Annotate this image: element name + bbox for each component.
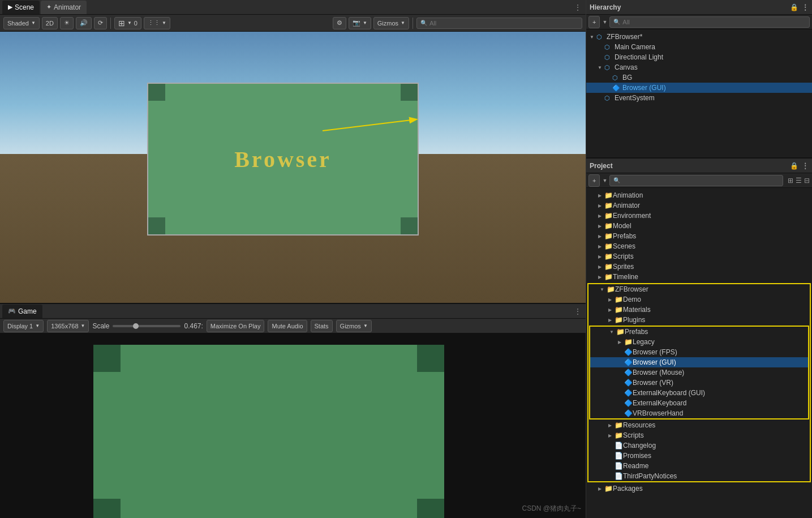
resolution-dropdown[interactable]: 1365x768 ▼ (47, 320, 89, 332)
project-materials[interactable]: ▶ 📁 Materials (588, 305, 810, 315)
project-external-keyboard-gui[interactable]: 🔷 ExternalKeyboard (GUI) (590, 388, 808, 398)
animator-tab[interactable]: ✦ Animator (41, 1, 87, 14)
maximize-on-play-label: Maximize On Play (210, 323, 261, 329)
game-tab-more[interactable]: ⋮ (572, 307, 583, 315)
project-browser-fps[interactable]: 🔷 Browser (FPS) (590, 347, 808, 357)
project-prefabs-root[interactable]: ▶ 📁 Prefabs (586, 231, 812, 241)
project-sprites[interactable]: ▶ 📁 Sprites (586, 262, 812, 272)
prefabs-highlight-box: ▼ 📁 Prefabs ▶ 📁 Legacy (589, 326, 809, 419)
project-search-input[interactable] (622, 177, 779, 184)
layer-dropdown[interactable]: ⊞ ▼ 0 (114, 17, 141, 29)
audio-btn[interactable]: 🔊 (76, 17, 92, 29)
project-view-toggle3[interactable]: ⊟ (804, 177, 810, 185)
project-resources[interactable]: ▶ 📁 Resources (588, 420, 810, 430)
project-view-toggle1[interactable]: ⊞ (788, 177, 793, 185)
settings-btn[interactable]: ⚙ (333, 17, 346, 29)
project-browser-mouse[interactable]: 🔷 Browser (Mouse) (590, 367, 808, 378)
project-search[interactable]: 🔍 (609, 175, 783, 186)
project-environment[interactable]: ▶ 📁 Environment (586, 211, 812, 221)
project-model[interactable]: ▶ 📁 Model (586, 221, 812, 231)
scene-view-dropdown[interactable]: 📷 ▼ (349, 17, 371, 29)
changelog-label: Changelog (623, 442, 656, 449)
project-readme[interactable]: 📄 Readme (588, 461, 810, 471)
hierarchy-section: Hierarchy 🔒 ⋮ + ▼ 🔍 ▼ ⬡ (586, 0, 812, 159)
animator-tab-label: Animator (54, 3, 81, 11)
readme-icon: 📄 (615, 462, 623, 470)
lock-icon[interactable]: 🔒 (790, 3, 798, 11)
hierarchy-add-btn[interactable]: + (588, 16, 600, 28)
scene-tab[interactable]: ▶ Scene (2, 1, 40, 14)
sprites-label: Sprites (613, 263, 634, 271)
expand-bg (604, 74, 611, 81)
scale-value: 0.467: (184, 322, 203, 330)
grid-btn[interactable]: ⋮⋮ ▼ (144, 17, 170, 29)
expand-directional-light (596, 54, 603, 61)
stats-btn[interactable]: Stats (311, 320, 333, 332)
project-prefabs[interactable]: ▼ 📁 Prefabs (590, 327, 808, 337)
project-plus-arrow[interactable]: ▼ (602, 178, 607, 183)
hierarchy-item-directional-light[interactable]: ⬡ Directional Light (586, 52, 812, 62)
hierarchy-item-canvas[interactable]: ▼ ⬡ Canvas (586, 62, 812, 72)
hierarchy-item-browser-gui[interactable]: 🔷 Browser (GUI) (586, 83, 812, 93)
effects-icon: ⟳ (98, 19, 103, 27)
scale-slider[interactable] (113, 325, 181, 327)
browser-gui-icon: 🔷 (612, 84, 621, 92)
project-thirdparty[interactable]: 📄 ThirdPartyNotices (588, 471, 810, 481)
project-lock-icon[interactable]: 🔒 (790, 162, 798, 170)
project-legacy[interactable]: ▶ 📁 Legacy (590, 337, 808, 347)
hierarchy-content: ▼ ⬡ ZFBrowser* ⬡ Main Camera ⬡ Direction (586, 29, 812, 157)
project-animator[interactable]: ▶ 📁 Animator (586, 200, 812, 211)
left-panel: ▶ Scene ✦ Animator ⋮ Shaded ▼ 2D ☀ 🔊 (0, 0, 586, 518)
project-promises[interactable]: 📄 Promises (588, 451, 810, 461)
project-zfbrowser[interactable]: ▼ 📁 ZFBrowser (588, 284, 810, 294)
game-gizmos-dropdown[interactable]: Gizmos ▼ (336, 320, 372, 332)
light-btn[interactable]: ☀ (60, 17, 74, 29)
scale-label: Scale (92, 322, 109, 330)
2d-btn[interactable]: 2D (42, 17, 58, 29)
project-browser-vr[interactable]: 🔷 Browser (VR) (590, 378, 808, 388)
hierarchy-plus-arrow[interactable]: ▼ (602, 19, 607, 25)
project-scenes[interactable]: ▶ 📁 Scenes (586, 241, 812, 251)
shaded-dropdown[interactable]: Shaded ▼ (3, 17, 40, 29)
project-scripts-root[interactable]: ▶ 📁 Scripts (586, 251, 812, 262)
tab-more-btn[interactable]: ⋮ (572, 3, 583, 11)
project-demo[interactable]: ▶ 📁 Demo (588, 294, 810, 305)
maximize-on-play-btn[interactable]: Maximize On Play (207, 320, 265, 332)
project-vr-browser-hand[interactable]: 🔷 VRBrowserHand (590, 408, 808, 418)
hierarchy-item-bg[interactable]: ⬡ BG (586, 72, 812, 83)
eventsystem-label: EventSystem (615, 94, 655, 102)
canvas-label: Canvas (615, 63, 638, 71)
project-scripts[interactable]: ▶ 📁 Scripts (588, 430, 810, 440)
mute-audio-btn[interactable]: Mute Audio (268, 320, 307, 332)
game-tab[interactable]: 🎮 Game (2, 305, 42, 318)
display-dropdown[interactable]: Display 1 ▼ (3, 320, 44, 332)
hierarchy-item-main-camera[interactable]: ⬡ Main Camera (586, 42, 812, 52)
sprites-folder-icon: 📁 (604, 263, 613, 271)
project-external-keyboard[interactable]: 🔷 ExternalKeyboard (590, 398, 808, 408)
expand-canvas[interactable]: ▼ (596, 64, 603, 71)
animator-folder-label: Animator (613, 202, 640, 209)
game-corner-br (417, 499, 444, 518)
scenes-folder-icon: 📁 (604, 242, 613, 250)
project-changelog[interactable]: 📄 Changelog (588, 440, 810, 451)
project-timeline[interactable]: ▶ 📁 Timeline (586, 272, 812, 282)
scene-search[interactable]: 🔍 (416, 18, 582, 29)
project-animation[interactable]: ▶ 📁 Animation (586, 190, 812, 200)
project-browser-gui[interactable]: 🔷 Browser (GUI) (590, 357, 808, 367)
project-more-icon[interactable]: ⋮ (802, 162, 809, 170)
project-view-toggle2[interactable]: ☰ (796, 177, 802, 185)
hierarchy-item-eventsystem[interactable]: ⬡ EventSystem (586, 93, 812, 103)
scene-browser-panel: Browser (147, 83, 419, 236)
project-add-btn[interactable]: + (588, 174, 600, 187)
project-packages[interactable]: ▶ 📁 Packages (586, 483, 812, 494)
expand-zfbrowser[interactable]: ▼ (588, 33, 595, 40)
project-plugins[interactable]: ▶ 📁 Plugins (588, 315, 810, 325)
hierarchy-item-zfbrowser[interactable]: ▼ ⬡ ZFBrowser* (586, 32, 812, 42)
gizmos-dropdown[interactable]: Gizmos ▼ (373, 17, 409, 29)
scene-search-input[interactable] (429, 20, 578, 27)
effects-btn[interactable]: ⟳ (94, 17, 107, 29)
hierarchy-search[interactable]: 🔍 (609, 16, 810, 28)
more-icon[interactable]: ⋮ (802, 3, 809, 11)
animator-folder-icon: 📁 (604, 202, 613, 209)
hierarchy-search-input[interactable] (622, 19, 806, 25)
